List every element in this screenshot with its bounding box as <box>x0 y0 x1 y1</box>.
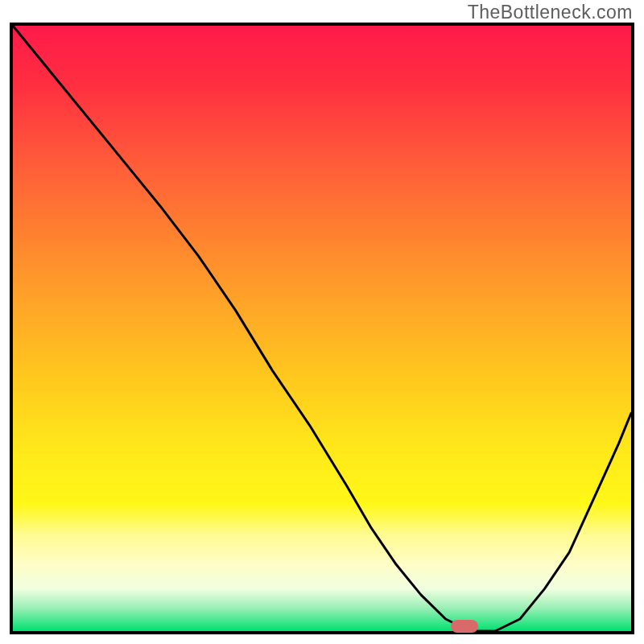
bottleneck-curve-svg <box>13 26 631 631</box>
optimal-point-marker <box>451 620 478 633</box>
bottleneck-curve-path <box>13 26 631 631</box>
chart-frame <box>10 23 634 634</box>
watermark-text: TheBottleneck.com <box>468 2 633 23</box>
